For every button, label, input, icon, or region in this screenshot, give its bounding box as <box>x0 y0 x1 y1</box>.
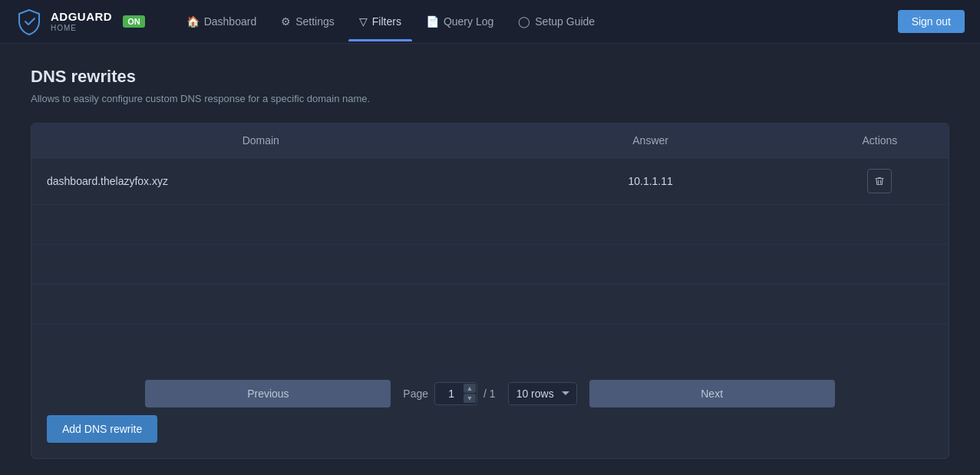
cell-actions-2 <box>811 205 949 245</box>
nav-links: 🏠 Dashboard ⚙ Settings ▽ Filters 📄 Query… <box>176 2 898 41</box>
nav-querylog[interactable]: 📄 Query Log <box>415 2 504 41</box>
cell-answer-5 <box>490 325 811 364</box>
guide-icon: ◯ <box>518 15 530 28</box>
nav-setupguide[interactable]: ◯ Setup Guide <box>507 2 605 41</box>
main-content: DNS rewrites Allows to easily configure … <box>0 44 980 475</box>
cell-domain-5 <box>31 325 490 364</box>
table-header-row: Domain Answer Actions <box>31 124 949 158</box>
col-header-domain: Domain <box>31 124 490 158</box>
table-body: dashboard.thelazyfox.xyz 10.1.1.11 <box>31 158 949 364</box>
home-icon: 🏠 <box>186 15 200 28</box>
navbar: ADGUARD HOME ON 🏠 Dashboard ⚙ Settings ▽… <box>0 0 980 44</box>
status-badge: ON <box>123 15 145 28</box>
log-icon: 📄 <box>426 15 439 28</box>
col-header-actions: Actions <box>811 124 949 158</box>
cell-domain-2 <box>31 205 490 245</box>
cell-actions-4 <box>811 285 949 325</box>
delete-button-1[interactable] <box>867 169 892 193</box>
cell-actions-3 <box>811 245 949 285</box>
brand-sub: HOME <box>51 24 112 32</box>
previous-button[interactable]: Previous <box>145 380 391 407</box>
cell-domain-4 <box>31 285 490 325</box>
dns-table: Domain Answer Actions dashboard.thelazyf… <box>31 124 949 364</box>
table-row <box>31 205 949 245</box>
page-decrement-button[interactable]: ▼ <box>464 394 476 403</box>
table-row: dashboard.thelazyfox.xyz 10.1.1.11 <box>31 158 949 205</box>
page-input-wrapper: ▲ ▼ <box>434 382 477 405</box>
cell-actions-1 <box>811 158 949 205</box>
brand-name: ADGUARD <box>51 11 112 24</box>
cell-answer-4 <box>490 285 811 325</box>
logo-text: ADGUARD HOME <box>51 11 112 32</box>
page-increment-button[interactable]: ▲ <box>464 384 476 393</box>
table-row <box>31 285 949 325</box>
nav-dashboard-label: Dashboard <box>204 15 257 28</box>
logo-area: ADGUARD HOME ON <box>15 8 145 35</box>
page-label: Page <box>403 388 428 400</box>
nav-settings[interactable]: ⚙ Settings <box>270 2 345 41</box>
cell-actions-5 <box>811 325 949 364</box>
page-total: / 1 <box>483 388 496 400</box>
page-description: Allows to easily configure custom DNS re… <box>31 93 949 104</box>
rows-per-page-select[interactable]: 10 rows 20 rows 50 rows <box>508 382 577 405</box>
cell-domain-3 <box>31 245 490 285</box>
gear-icon: ⚙ <box>281 15 291 28</box>
nav-filters-label: Filters <box>372 15 401 28</box>
trash-icon <box>874 176 885 186</box>
filter-icon: ▽ <box>359 15 368 28</box>
nav-dashboard[interactable]: 🏠 Dashboard <box>176 2 268 41</box>
sign-out-button[interactable]: Sign out <box>898 10 965 33</box>
add-dns-rewrite-button[interactable]: Add DNS rewrite <box>47 415 157 443</box>
cell-answer-3 <box>490 245 811 285</box>
logo-icon <box>15 8 43 35</box>
nav-querylog-label: Query Log <box>444 15 493 28</box>
nav-settings-label: Settings <box>295 15 335 28</box>
table-row <box>31 325 949 364</box>
page-spinners: ▲ ▼ <box>464 384 476 403</box>
cell-answer-1: 10.1.1.11 <box>490 158 811 205</box>
next-button[interactable]: Next <box>589 380 835 407</box>
nav-filters[interactable]: ▽ Filters <box>348 2 412 41</box>
cell-domain-1: dashboard.thelazyfox.xyz <box>31 158 490 205</box>
table-header: Domain Answer Actions <box>31 124 949 158</box>
table-row <box>31 245 949 285</box>
col-header-answer: Answer <box>490 124 811 158</box>
pagination-area: Previous Page ▲ ▼ / 1 10 rows 20 rows 50… <box>31 364 949 415</box>
nav-setupguide-label: Setup Guide <box>535 15 595 28</box>
dns-rewrites-container: Domain Answer Actions dashboard.thelazyf… <box>31 123 949 459</box>
cell-answer-2 <box>490 205 811 245</box>
page-info: Page ▲ ▼ / 1 <box>403 382 495 405</box>
page-title: DNS rewrites <box>31 67 949 87</box>
